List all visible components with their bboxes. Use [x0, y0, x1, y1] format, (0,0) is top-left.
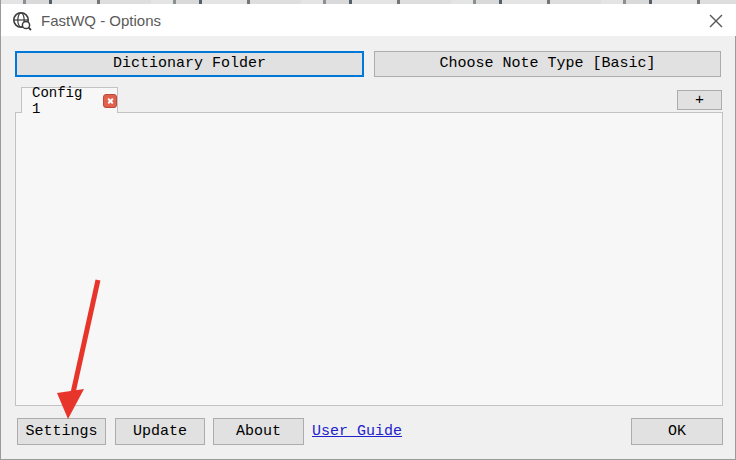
- choose-note-type-button[interactable]: Choose Note Type [Basic]: [374, 51, 721, 77]
- about-button[interactable]: About: [213, 418, 304, 445]
- add-config-tab-button[interactable]: +: [677, 90, 722, 110]
- user-guide-link[interactable]: User Guide: [312, 423, 402, 440]
- update-button[interactable]: Update: [115, 418, 205, 445]
- title-bar: FastWQ - Options: [1, 4, 736, 36]
- close-icon[interactable]: [707, 12, 725, 30]
- ok-button[interactable]: OK: [631, 418, 723, 445]
- dictionary-folder-button[interactable]: Dictionary Folder: [15, 51, 364, 77]
- tab-label: Config 1: [32, 85, 97, 117]
- window-title: FastWQ - Options: [41, 12, 161, 29]
- tab-config-1[interactable]: Config 1: [21, 87, 118, 113]
- app-globe-search-icon: [11, 10, 33, 32]
- options-dialog: FastWQ - Options Dictionary Folder Choos…: [0, 0, 736, 460]
- config-panel: [15, 112, 723, 406]
- settings-button[interactable]: Settings: [17, 418, 106, 445]
- tab-close-icon[interactable]: [103, 94, 117, 108]
